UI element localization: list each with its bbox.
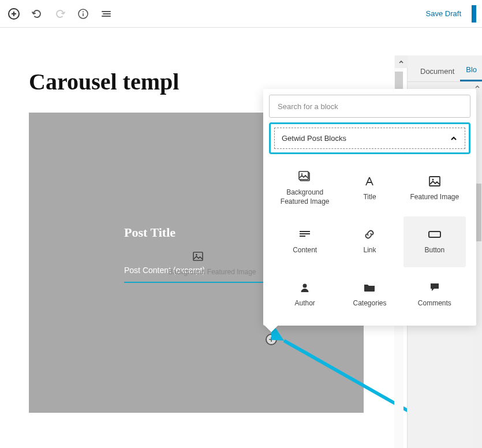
svg-rect-12 xyxy=(429,232,440,237)
button-icon xyxy=(428,229,441,240)
link-icon xyxy=(363,229,376,240)
svg-point-13 xyxy=(303,284,307,288)
editor-toolbar: Save Draft xyxy=(0,0,482,28)
block-grid: Background Featured Image Title Featured… xyxy=(269,161,470,323)
category-title: Getwid Post Blocks xyxy=(282,134,346,143)
tab-document[interactable]: Document xyxy=(414,60,460,81)
tabs-scroll-up[interactable] xyxy=(395,55,408,68)
post-title-block[interactable]: Post Title xyxy=(124,225,271,240)
background-image-icon xyxy=(298,171,311,182)
author-icon xyxy=(298,282,311,293)
block-label: Button xyxy=(424,246,444,255)
chevron-up-icon xyxy=(450,135,458,143)
block-label: Background Featured Image xyxy=(274,188,336,206)
block-background-featured-image[interactable]: Background Featured Image xyxy=(274,163,336,214)
save-draft-button[interactable]: Save Draft xyxy=(420,6,467,21)
block-inserter-popup: Getwid Post Blocks Background Featured I… xyxy=(263,89,476,326)
svg-rect-10 xyxy=(429,177,440,186)
block-link[interactable]: Link xyxy=(338,216,401,267)
outline-icon[interactable] xyxy=(98,6,114,22)
sidebar-tabs: Document Blo xyxy=(408,55,482,82)
svg-point-9 xyxy=(301,174,302,175)
block-label: Author xyxy=(294,299,315,308)
svg-point-2 xyxy=(83,11,84,12)
categories-icon xyxy=(363,282,376,293)
block-categories[interactable]: Categories xyxy=(338,270,401,320)
svg-rect-4 xyxy=(193,252,203,260)
undo-icon[interactable] xyxy=(29,6,45,22)
block-content[interactable]: Content xyxy=(274,216,336,267)
comments-icon xyxy=(428,282,441,293)
block-button[interactable]: Button xyxy=(403,216,466,267)
block-featured-image[interactable]: Featured Image xyxy=(403,163,466,214)
block-label: Comments xyxy=(418,299,451,308)
block-category-header[interactable]: Getwid Post Blocks xyxy=(269,122,470,154)
toolbar-edge xyxy=(472,5,476,23)
image-icon xyxy=(193,252,203,261)
svg-point-5 xyxy=(196,254,197,256)
block-author[interactable]: Author xyxy=(274,270,336,320)
block-label: Content xyxy=(293,246,317,255)
block-title[interactable]: Title xyxy=(338,163,401,214)
featured-image-placeholder[interactable] xyxy=(124,252,271,261)
block-underline xyxy=(124,282,271,283)
add-block-icon[interactable] xyxy=(6,6,22,22)
block-label: Categories xyxy=(353,299,386,308)
toolbar-left xyxy=(6,6,114,22)
search-input[interactable] xyxy=(269,95,470,118)
svg-rect-8 xyxy=(299,171,308,180)
title-icon xyxy=(363,176,376,187)
block-comments[interactable]: Comments xyxy=(403,270,466,320)
content-icon xyxy=(298,229,311,240)
block-label: Link xyxy=(363,246,376,255)
inner-block[interactable]: Post Title Post Content (excerpt) Backgr… xyxy=(124,225,271,283)
info-icon[interactable] xyxy=(75,6,91,22)
svg-rect-3 xyxy=(83,13,84,16)
block-label: Title xyxy=(363,193,376,202)
toolbar-right: Save Draft xyxy=(420,5,476,23)
svg-point-11 xyxy=(432,179,434,181)
image-icon xyxy=(428,176,441,187)
add-block-button[interactable] xyxy=(266,334,277,345)
redo-icon[interactable] xyxy=(52,6,68,22)
tab-block[interactable]: Blo xyxy=(460,58,482,81)
block-label: Featured Image xyxy=(410,193,459,202)
